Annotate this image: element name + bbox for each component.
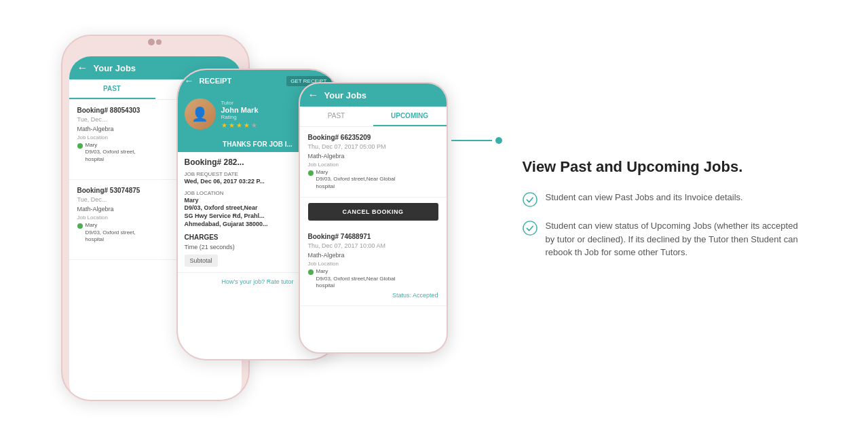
tutor-avatar: 👤: [185, 98, 216, 130]
svg-point-1: [523, 221, 536, 235]
tutor-label: Tutor: [221, 100, 259, 106]
phones-area: ← Your Jobs PAST UPCOMING Booking# 88054…: [61, 14, 455, 415]
back-arrow-upcoming[interactable]: ←: [308, 89, 319, 101]
upcoming-green-dot-2: [308, 269, 314, 275]
upcoming-location-label-2: Job Location: [308, 261, 438, 267]
upcoming-green-dot-1: [308, 170, 314, 176]
info-text-1: Student can view Past Jobs and its Invoi…: [546, 191, 743, 204]
tutor-info: Tutor John Mark Rating ★ ★ ★ ★ ★: [221, 100, 259, 129]
svg-point-0: [523, 193, 536, 206]
back-arrow-main[interactable]: ←: [77, 62, 88, 74]
tutor-face: 👤: [185, 98, 216, 130]
upcoming-title: Your Jobs: [324, 90, 367, 100]
upcoming-card-2[interactable]: Booking# 74688971 Thu, Dec 07, 2017 10:0…: [300, 226, 447, 306]
upcoming-app-header: ← Your Jobs: [300, 83, 447, 107]
location-text-1: MaryD9/03, Oxford street,hospital: [86, 142, 136, 163]
upcoming-card-1[interactable]: Booking# 66235209 Thu, Dec 07, 2017 05:0…: [300, 127, 447, 198]
upcoming-date-2: Thu, Dec 07, 2017 10:00 AM: [308, 242, 438, 249]
tab-past-upcoming[interactable]: PAST: [300, 107, 373, 126]
upcoming-date-1: Thu, Dec 07, 2017 05:00 PM: [308, 143, 438, 150]
back-arrow-receipt[interactable]: ←: [185, 75, 194, 86]
upcoming-tabs: PAST UPCOMING: [300, 107, 447, 127]
camera: [148, 39, 155, 45]
info-panel: View Past and Upcoming Jobs. Student can…: [482, 157, 808, 271]
location-text-2: MaryD9/03, Oxford street,hospital: [86, 222, 136, 243]
upcoming-status-2: Status: Accepted: [308, 292, 438, 299]
info-item-1: Student can view Past Jobs and its Invoi…: [523, 191, 808, 207]
upcoming-location-row-2: MaryD9/03, Oxford street,Near Globalhosp…: [308, 268, 438, 289]
info-item-2: Student can view status of Upcoming Jobs…: [523, 219, 808, 259]
check-icon-2: [523, 221, 537, 236]
phone-upcoming-screen: ← Your Jobs PAST UPCOMING Booking# 66235…: [300, 83, 447, 352]
star-3: ★: [236, 122, 242, 129]
charges-time: Time (21 seconds): [185, 244, 235, 250]
phone-upcoming: ← Your Jobs PAST UPCOMING Booking# 66235…: [299, 82, 448, 354]
green-dot-1: [77, 143, 83, 149]
star-2: ★: [229, 122, 235, 129]
tab-past-main[interactable]: PAST: [69, 79, 155, 99]
star-5: ★: [251, 122, 257, 129]
upcoming-booking-id-2: Booking# 74688971: [308, 233, 438, 240]
upcoming-location-label-1: Job Location: [308, 162, 438, 168]
tab-upcoming-upcoming[interactable]: UPCOMING: [373, 107, 447, 126]
green-dot-2: [77, 223, 83, 229]
check-icon-1: [523, 192, 537, 207]
stars: ★ ★ ★ ★ ★: [221, 122, 259, 129]
connector-line: [451, 140, 492, 141]
upcoming-subject-1: Math-Algebra: [308, 153, 438, 160]
upcoming-location-text-2: MaryD9/03, Oxford street,Near Globalhosp…: [316, 268, 396, 289]
star-4: ★: [244, 122, 250, 129]
info-text-2: Student can view status of Upcoming Jobs…: [546, 219, 808, 259]
star-1: ★: [221, 122, 227, 129]
main-title: Your Jobs: [94, 63, 136, 73]
cancel-booking-btn[interactable]: CANCEL BOOKING: [308, 203, 438, 221]
upcoming-location-row-1: MaryD9/03, Oxford street,Near Globalhosp…: [308, 169, 438, 190]
connector-dot: [495, 137, 502, 144]
upcoming-location-text-1: MaryD9/03, Oxford street,Near Globalhosp…: [316, 169, 396, 190]
subtotal-btn[interactable]: Subtotal: [185, 255, 218, 267]
upcoming-booking-id-1: Booking# 66235209: [308, 134, 438, 141]
tutor-name: John Mark: [221, 106, 259, 114]
rating-label: Rating: [221, 114, 259, 120]
receipt-title: RECEIPT: [200, 77, 232, 85]
speaker: [156, 39, 162, 45]
phone-notch-main: [62, 36, 248, 48]
upcoming-subject-2: Math-Algebra: [308, 252, 438, 259]
info-title: View Past and Upcoming Jobs.: [523, 157, 808, 177]
